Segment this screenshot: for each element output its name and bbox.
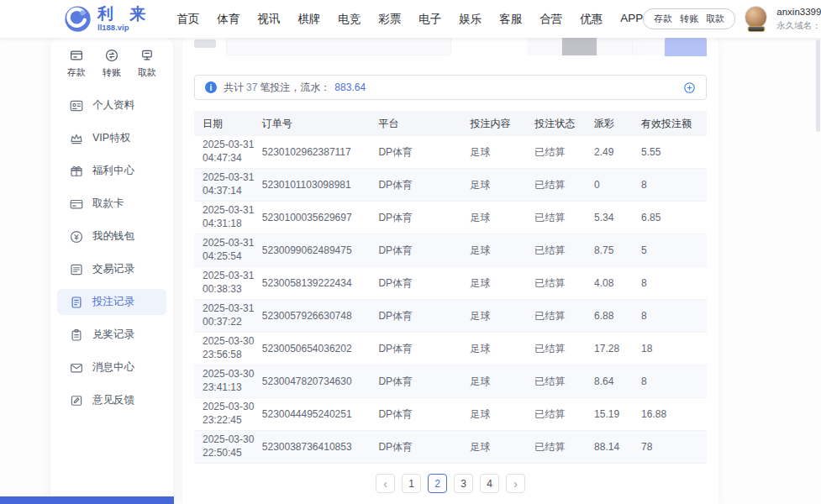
cell-content: 足球 [471, 407, 535, 422]
sidebar-item[interactable]: VIP特权 [57, 125, 166, 151]
cell-status: 已结算 [534, 407, 594, 422]
cell-status: 已结算 [534, 276, 594, 291]
vip-level-badge [747, 26, 765, 32]
cell-content: 足球 [471, 309, 535, 323]
cell-payout: 15.19 [594, 408, 641, 420]
deposit-icon [69, 48, 84, 63]
sidebar-item[interactable]: 投注记录 [57, 289, 166, 315]
quick-action-withdraw[interactable]: 取款 [138, 48, 156, 79]
pill-action[interactable]: 取款 [706, 13, 724, 25]
table-row: 2025-03-3100:37:225230057926630748DP体育足球… [194, 300, 707, 333]
cell-order: 5230099062489475 [262, 244, 379, 256]
top-bar: 利 来 ll188.vip 首页体育视讯棋牌电竞彩票电子娱乐客服合营优惠APP … [0, 0, 821, 38]
main-nav: 首页体育视讯棋牌电竞彩票电子娱乐客服合营优惠APP [176, 12, 643, 27]
profile-icon [69, 98, 84, 113]
sidebar-item[interactable]: 兑奖记录 [57, 322, 166, 348]
filter-bar [194, 38, 707, 56]
nav-item[interactable]: 彩票 [378, 12, 401, 27]
avatar-image [745, 6, 767, 29]
cell-valid-amount: 8 [641, 179, 698, 191]
brand-name: 利 来 [97, 6, 151, 23]
cell-content: 足球 [471, 342, 535, 356]
cell-content: 足球 [471, 276, 535, 291]
nav-item[interactable]: 优惠 [580, 12, 603, 27]
cell-date: 2025-03-3023:41:13 [203, 368, 262, 395]
page-next-button[interactable]: › [506, 474, 525, 493]
nav-item[interactable]: 娱乐 [459, 12, 482, 27]
page-button[interactable]: 2 [428, 474, 447, 493]
nav-item[interactable]: 电子 [418, 12, 441, 27]
cell-payout: 88.14 [594, 441, 641, 453]
column-header: 有效投注额 [641, 117, 698, 131]
summary-middle: 笔投注，流水： [260, 81, 330, 95]
sidebar-item[interactable]: 意见反馈 [57, 387, 166, 413]
withdraw-icon [139, 48, 155, 63]
sidebar-item[interactable]: 个人资料 [57, 92, 166, 118]
column-header: 投注内容 [471, 117, 535, 131]
filter-range-tab[interactable] [633, 38, 668, 55]
filter-range-tab[interactable] [597, 38, 633, 55]
cell-valid-amount: 8 [641, 375, 698, 387]
brand-logo[interactable]: 利 来 ll188.vip [64, 5, 151, 33]
nav-item[interactable]: 体育 [217, 12, 239, 27]
pill-action[interactable]: 存款 [654, 13, 672, 25]
filter-search-button[interactable] [665, 38, 707, 56]
cell-order: 5230100035629697 [262, 212, 379, 223]
page-prev-button[interactable]: ‹ [376, 474, 395, 493]
username: anxin3399 [776, 5, 821, 19]
header-right: 存款转账取款 anxin3399 总资产：1363.49元 永久域名：ll188… [643, 5, 821, 33]
nav-item[interactable]: 棋牌 [297, 12, 320, 27]
sidebar-item[interactable]: 我的钱包 [57, 223, 166, 249]
cell-platform: DP体育 [378, 375, 470, 389]
nav-item[interactable]: 电竞 [338, 12, 361, 27]
cell-status: 已结算 [534, 244, 594, 258]
sidebar-item[interactable]: 消息中心 [57, 354, 166, 381]
cell-valid-amount: 5 [641, 244, 698, 256]
user-avatar[interactable] [745, 6, 767, 32]
filter-range-tab[interactable] [527, 38, 562, 55]
cell-platform: DP体育 [378, 440, 470, 454]
filter-range-tab[interactable] [562, 38, 597, 55]
pill-action[interactable]: 转账 [680, 13, 698, 25]
nav-item[interactable]: 合营 [539, 12, 562, 27]
column-header: 派彩 [594, 117, 641, 131]
quick-action-label: 存款 [67, 66, 86, 79]
page-button[interactable]: 3 [454, 474, 473, 493]
sidebar-item[interactable]: 福利中心 [57, 158, 166, 184]
cell-platform: DP体育 [378, 145, 470, 160]
cell-content: 足球 [471, 375, 535, 389]
plus-circle-icon[interactable] [683, 81, 696, 94]
page-button[interactable]: 1 [402, 474, 421, 493]
table-row: 2025-03-3023:41:135230047820734630DP体育足球… [194, 365, 707, 398]
cell-payout: 8.75 [594, 244, 641, 256]
nav-item[interactable]: 客服 [499, 12, 522, 27]
sidebar-item-label: 交易记录 [92, 262, 134, 276]
filter-date-input[interactable] [226, 38, 451, 55]
sidebar-quick-actions: 存款转账取款 [50, 48, 173, 79]
summary-prefix: 共计 [224, 81, 244, 95]
scrollbar-thumb[interactable] [816, 39, 820, 132]
cell-status: 已结算 [534, 211, 594, 225]
nav-item[interactable]: APP [620, 12, 643, 27]
nav-item[interactable]: 视讯 [257, 12, 280, 27]
page-button[interactable]: 4 [480, 474, 499, 493]
cell-payout: 0 [594, 179, 641, 191]
sidebar-item[interactable]: 交易记录 [57, 256, 166, 282]
cell-date: 2025-03-3023:22:45 [203, 401, 262, 428]
quick-action-transfer[interactable]: 转账 [103, 48, 121, 79]
cell-valid-amount: 5.55 [641, 146, 698, 158]
sidebar-item[interactable]: 取款卡 [57, 191, 166, 217]
cell-valid-amount: 6.85 [641, 212, 698, 223]
cell-status: 已结算 [534, 145, 594, 160]
cell-order: 5230057926630748 [262, 310, 379, 322]
column-header: 订单号 [262, 117, 379, 131]
cell-date: 2025-03-3023:56:58 [203, 335, 262, 362]
brand-domain: ll188.vip [97, 23, 151, 32]
quick-action-deposit[interactable]: 存款 [67, 48, 86, 79]
filter-range-tabs[interactable] [527, 38, 668, 55]
cell-order: 5230047820734630 [262, 375, 379, 387]
nav-item[interactable]: 首页 [176, 12, 199, 27]
cell-date: 2025-03-3104:37:14 [203, 171, 262, 198]
summary-bar: i 共计 37 笔投注，流水： 883.64 [194, 75, 707, 100]
cell-date: 2025-03-3100:37:22 [203, 302, 262, 329]
